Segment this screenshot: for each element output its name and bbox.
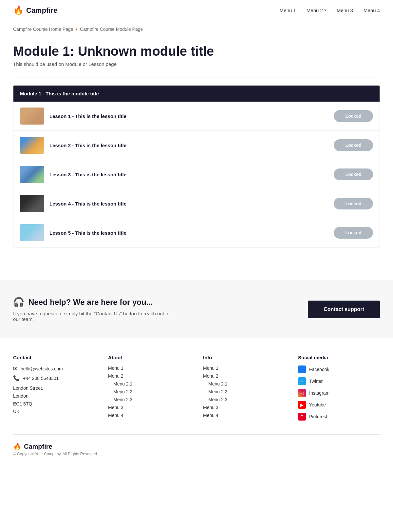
- footer-contact-title: Contact: [13, 355, 95, 360]
- youtube-icon: ▶: [298, 401, 306, 409]
- main-content: Module 1: Unknown module title This shou…: [0, 37, 393, 267]
- footer-info-col: Info Menu 1 Menu 2 Menu 2.1 Menu 2.2 Men…: [203, 355, 285, 424]
- footer-address: London Street,London,EC1 5TQ,UK: [13, 384, 95, 416]
- lesson-thumbnail: [20, 137, 44, 154]
- footer-bottom: 🔥 Campfire © Copyright Your Company. All…: [0, 435, 393, 464]
- lesson-title: Lesson 3 - This is the lesson title: [49, 172, 328, 177]
- email-icon: ✉: [13, 365, 17, 372]
- help-content: 🎧 Need help? We are here for you... If y…: [13, 297, 177, 322]
- social-twitter[interactable]: 🐦 Twitter: [298, 377, 380, 385]
- footer-email[interactable]: ✉ hello@websites.com: [13, 365, 95, 372]
- main-nav: Menu 1 Menu 2 ▾ Menu 3 Menu 4: [280, 8, 380, 13]
- footer-about-menu-1[interactable]: Menu 1: [108, 365, 190, 371]
- lesson-title: Lesson 2 - This is the lesson title: [49, 143, 328, 148]
- lesson-thumbnail: [20, 166, 44, 183]
- nav-menu-1[interactable]: Menu 1: [280, 8, 296, 13]
- social-facebook[interactable]: f Facebook: [298, 365, 380, 373]
- help-title: 🎧 Need help? We are here for you...: [13, 297, 177, 307]
- site-footer: Contact ✉ hello@websites.com 📞 +44 208 5…: [0, 338, 393, 464]
- module-header: Module 1 - This is the module title: [13, 86, 380, 102]
- lesson-item: Lesson 3 - This is the lesson title Lock…: [13, 160, 380, 189]
- footer-about-title: About: [108, 355, 190, 360]
- footer-columns: Contact ✉ hello@websites.com 📞 +44 208 5…: [0, 338, 393, 434]
- footer-logo-icon: 🔥: [13, 443, 21, 450]
- lesson-thumbnail: [20, 108, 44, 125]
- lesson-item: Lesson 1 - This is the lesson title Lock…: [13, 102, 380, 131]
- footer-info-menu-2[interactable]: Menu 2: [203, 373, 285, 379]
- footer-info-title: Info: [203, 355, 285, 360]
- lesson-title: Lesson 1 - This is the lesson title: [49, 113, 328, 119]
- lesson-item: Lesson 2 - This is the lesson title Lock…: [13, 131, 380, 160]
- divider: [13, 77, 380, 77]
- nav-menu-4[interactable]: Menu 4: [364, 8, 380, 13]
- footer-about-menu-2-2[interactable]: Menu 2.2: [108, 389, 190, 394]
- social-youtube[interactable]: ▶ Youtube: [298, 401, 380, 409]
- contact-support-button[interactable]: Contact support: [308, 301, 380, 318]
- footer-phone[interactable]: 📞 +44 208 5648301: [13, 375, 95, 381]
- footer-about-menu-2[interactable]: Menu 2: [108, 373, 190, 379]
- footer-social-title: Social media: [298, 355, 380, 360]
- facebook-icon: f: [298, 365, 306, 373]
- help-text: If you have a question, simply hit the "…: [13, 311, 177, 322]
- lesson-thumbnail: [20, 195, 44, 212]
- social-instagram[interactable]: ◎ Instagram: [298, 389, 380, 397]
- footer-about-col: About Menu 1 Menu 2 Menu 2.1 Menu 2.2 Me…: [108, 355, 190, 424]
- logo-icon: 🔥: [13, 5, 24, 15]
- phone-icon: 📞: [13, 375, 20, 381]
- locked-button[interactable]: Locked: [334, 198, 373, 209]
- lesson-title: Lesson 4 - This is the lesson title: [49, 201, 328, 207]
- twitter-icon: 🐦: [298, 377, 306, 385]
- nav-menu-2[interactable]: Menu 2 ▾: [307, 8, 326, 13]
- page-title: Module 1: Unknown module title: [13, 44, 380, 59]
- breadcrumb-separator: /: [76, 26, 77, 32]
- logo-text: Campfire: [26, 6, 57, 15]
- lesson-item: Lesson 5 - This is the lesson title Lock…: [13, 218, 380, 247]
- site-header: 🔥 Campfire Menu 1 Menu 2 ▾ Menu 3 Menu 4: [0, 0, 393, 21]
- page-subtitle: This should be used on Module or Lesson …: [13, 61, 380, 67]
- footer-copyright: © Copyright Your Company. All Rights Res…: [13, 452, 97, 456]
- lesson-title: Lesson 5 - This is the lesson title: [49, 230, 328, 236]
- locked-button[interactable]: Locked: [334, 168, 373, 180]
- lesson-thumbnail: [20, 224, 44, 241]
- chevron-down-icon: ▾: [324, 8, 326, 12]
- nav-menu-3[interactable]: Menu 3: [337, 8, 353, 13]
- breadcrumb-home[interactable]: Campfire Course Home Page: [13, 27, 73, 32]
- locked-button[interactable]: Locked: [334, 227, 373, 239]
- footer-about-menu-3[interactable]: Menu 3: [108, 405, 190, 410]
- breadcrumb-current[interactable]: Campfire Course Module Page: [80, 27, 143, 32]
- footer-logo[interactable]: 🔥 Campfire: [13, 443, 97, 450]
- module-block: Module 1 - This is the module title Less…: [13, 85, 380, 247]
- headphones-icon: 🎧: [13, 297, 25, 307]
- footer-info-menu-2-3[interactable]: Menu 2.3: [203, 397, 285, 402]
- logo[interactable]: 🔥 Campfire: [13, 5, 57, 15]
- breadcrumb: Campfire Course Home Page / Campfire Cou…: [0, 21, 393, 37]
- locked-button[interactable]: Locked: [334, 139, 373, 151]
- footer-info-menu-2-2[interactable]: Menu 2.2: [203, 389, 285, 394]
- footer-about-menu-4[interactable]: Menu 4: [108, 413, 190, 418]
- footer-info-menu-2-1[interactable]: Menu 2.1: [203, 381, 285, 386]
- instagram-icon: ◎: [298, 389, 306, 397]
- lesson-item: Lesson 4 - This is the lesson title Lock…: [13, 189, 380, 218]
- footer-about-menu-2-3[interactable]: Menu 2.3: [108, 397, 190, 402]
- pinterest-icon: P: [298, 413, 306, 421]
- footer-about-menu-2-1[interactable]: Menu 2.1: [108, 381, 190, 386]
- footer-logo-text: Campfire: [24, 443, 52, 450]
- footer-info-menu-4[interactable]: Menu 4: [203, 413, 285, 418]
- help-section: 🎧 Need help? We are here for you... If y…: [0, 280, 393, 338]
- locked-button[interactable]: Locked: [334, 110, 373, 122]
- footer-info-menu-3[interactable]: Menu 3: [203, 405, 285, 410]
- footer-info-menu-1[interactable]: Menu 1: [203, 365, 285, 371]
- social-pinterest[interactable]: P Pinterest: [298, 413, 380, 421]
- footer-social-col: Social media f Facebook 🐦 Twitter ◎ Inst…: [298, 355, 380, 424]
- footer-contact-col: Contact ✉ hello@websites.com 📞 +44 208 5…: [13, 355, 95, 424]
